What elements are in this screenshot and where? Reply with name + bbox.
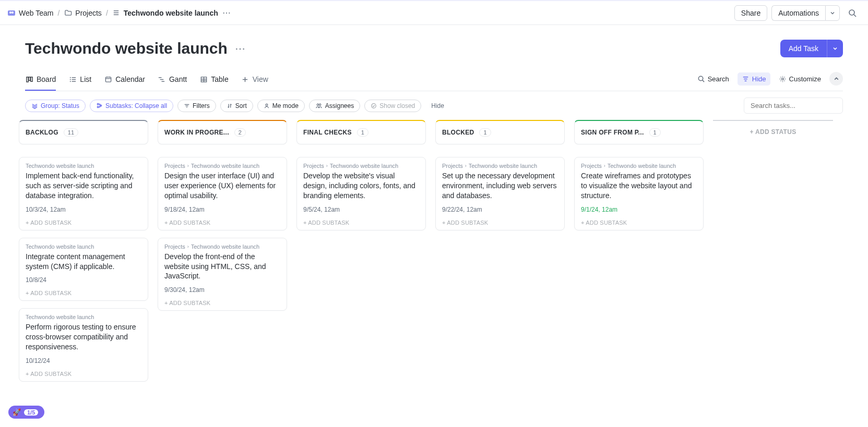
task-card[interactable]: Projects›Techwondo website launchDevelop… bbox=[158, 238, 287, 311]
add-subtask-button[interactable]: + ADD SUBTASK bbox=[26, 219, 141, 226]
chip-show-closed[interactable]: Show closed bbox=[364, 100, 421, 112]
card-title[interactable]: Set up the necessary development environ… bbox=[442, 171, 558, 201]
tool-search[interactable]: Search bbox=[693, 72, 733, 86]
column-header[interactable]: BACKLOG11 bbox=[19, 120, 148, 144]
search-tasks-input[interactable] bbox=[744, 97, 843, 114]
breadcrumb-sep-2: / bbox=[106, 9, 108, 17]
svg-point-44 bbox=[319, 104, 320, 105]
column-header[interactable]: SIGN OFF FROM P...1 bbox=[574, 120, 704, 144]
add-subtask-button[interactable]: + ADD SUBTASK bbox=[303, 219, 419, 226]
chip-hide[interactable]: Hide bbox=[425, 100, 450, 112]
tab-calendar[interactable]: Calendar bbox=[104, 71, 145, 91]
chip-subtasks[interactable]: Subtasks: Collapse all bbox=[90, 100, 173, 112]
card-title[interactable]: Design the user interface (UI) and user … bbox=[164, 171, 280, 201]
card-title[interactable]: Integrate content management system (CMS… bbox=[26, 252, 141, 272]
share-button[interactable]: Share bbox=[734, 5, 767, 21]
card-crumb-1: Projects bbox=[164, 163, 185, 169]
column-title: WORK IN PROGRE... bbox=[164, 129, 229, 136]
chevron-right-icon: › bbox=[187, 244, 189, 249]
card-date: 10/12/24 bbox=[26, 357, 141, 364]
task-card[interactable]: Techwondo website launchIntegrate conten… bbox=[19, 238, 148, 301]
add-subtask-button[interactable]: + ADD SUBTASK bbox=[26, 371, 141, 377]
card-date: 10/3/24, 12am bbox=[26, 206, 141, 213]
tab-table[interactable]: Table bbox=[199, 71, 228, 91]
card-breadcrumb: Projects›Techwondo website launch bbox=[303, 163, 419, 169]
board-column: WORK IN PROGRE...2Projects›Techwondo web… bbox=[158, 120, 287, 311]
card-breadcrumb: Projects›Techwondo website launch bbox=[581, 163, 697, 169]
tab-board[interactable]: Board bbox=[25, 71, 56, 91]
breadcrumb-more-icon[interactable]: ⋯ bbox=[222, 8, 231, 18]
card-crumb-2: Techwondo website launch bbox=[330, 163, 398, 169]
svg-line-7 bbox=[854, 15, 856, 17]
add-subtask-button[interactable]: + ADD SUBTASK bbox=[164, 300, 280, 306]
task-card[interactable]: Projects›Techwondo website launchDesign … bbox=[158, 157, 287, 230]
breadcrumb-folder-label: Projects bbox=[75, 9, 102, 17]
tab-gantt[interactable]: Gantt bbox=[158, 71, 187, 91]
svg-point-2 bbox=[11, 11, 14, 14]
task-card[interactable]: Techwondo website launchImplement back-e… bbox=[19, 157, 148, 230]
filters-row: Group: Status Subtasks: Collapse all Fil… bbox=[25, 91, 843, 120]
card-title[interactable]: Implement back-end functionality, such a… bbox=[26, 171, 141, 201]
tool-customize[interactable]: Customize bbox=[775, 72, 825, 86]
svg-point-35 bbox=[781, 78, 783, 80]
collapse-panel-button[interactable] bbox=[829, 72, 843, 86]
tab-calendar-label: Calendar bbox=[115, 75, 145, 83]
card-crumb-1: Projects bbox=[303, 163, 324, 169]
tab-list[interactable]: List bbox=[68, 71, 91, 91]
card-crumb-2: Techwondo website launch bbox=[469, 163, 537, 169]
list-icon bbox=[112, 9, 121, 17]
add-subtask-button[interactable]: + ADD SUBTASK bbox=[442, 219, 558, 226]
column-header[interactable]: BLOCKED1 bbox=[435, 120, 565, 144]
chip-hide-label: Hide bbox=[431, 102, 444, 109]
add-subtask-button[interactable]: + ADD SUBTASK bbox=[26, 290, 141, 296]
task-card[interactable]: Projects›Techwondo website launchDevelop… bbox=[296, 157, 426, 230]
column-count: 1 bbox=[479, 128, 491, 137]
automations-button-group: Automations bbox=[771, 5, 840, 21]
chip-group[interactable]: Group: Status bbox=[25, 100, 86, 112]
card-breadcrumb: Techwondo website launch bbox=[26, 243, 141, 250]
automations-dropdown[interactable] bbox=[825, 5, 840, 21]
team-icon bbox=[7, 9, 16, 17]
tab-add-view[interactable]: View bbox=[241, 71, 268, 91]
card-date: 9/18/24, 12am bbox=[164, 206, 280, 213]
add-status-column[interactable]: + ADD STATUS bbox=[713, 120, 833, 143]
title-more-icon[interactable]: ⋯ bbox=[235, 42, 246, 55]
tab-table-label: Table bbox=[211, 75, 228, 83]
chip-show-closed-label: Show closed bbox=[379, 102, 415, 109]
add-task-button[interactable]: Add Task bbox=[780, 40, 827, 57]
column-count: 1 bbox=[649, 128, 661, 137]
board-column: SIGN OFF FROM P...1Projects›Techwondo we… bbox=[574, 120, 704, 230]
column-cards: Projects›Techwondo website launchCreate … bbox=[574, 157, 704, 230]
column-header[interactable]: FINAL CHECKS1 bbox=[296, 120, 426, 144]
add-subtask-button[interactable]: + ADD SUBTASK bbox=[581, 219, 697, 226]
chip-sort[interactable]: Sort bbox=[220, 100, 253, 112]
add-task-dropdown[interactable] bbox=[827, 40, 843, 57]
svg-point-45 bbox=[372, 103, 376, 108]
svg-rect-10 bbox=[30, 77, 32, 81]
automations-button[interactable]: Automations bbox=[771, 5, 825, 21]
chip-assignees[interactable]: Assignees bbox=[309, 100, 360, 112]
card-title[interactable]: Perform rigorous testing to ensure cross… bbox=[26, 322, 141, 352]
card-crumb-2: Techwondo website launch bbox=[191, 243, 259, 250]
chevron-right-icon: › bbox=[326, 163, 328, 168]
chip-sort-label: Sort bbox=[235, 102, 247, 109]
card-breadcrumb: Projects›Techwondo website launch bbox=[164, 163, 280, 169]
task-card[interactable]: Techwondo website launchPerform rigorous… bbox=[19, 308, 148, 382]
card-title[interactable]: Develop the website's visual design, inc… bbox=[303, 171, 419, 201]
card-title[interactable]: Develop the front-end of the website usi… bbox=[164, 252, 280, 282]
chip-me-mode[interactable]: Me mode bbox=[257, 100, 305, 112]
task-card[interactable]: Projects›Techwondo website launchCreate … bbox=[574, 157, 704, 230]
chip-filters[interactable]: Filters bbox=[177, 100, 216, 112]
column-count: 11 bbox=[64, 128, 78, 137]
column-header[interactable]: WORK IN PROGRE...2 bbox=[158, 120, 287, 144]
global-search-icon[interactable] bbox=[844, 5, 861, 21]
tool-hide[interactable]: Hide bbox=[738, 72, 770, 86]
tool-hide-label: Hide bbox=[752, 75, 766, 83]
board-column: BACKLOG11Techwondo website launchImpleme… bbox=[19, 120, 148, 382]
breadcrumb-team[interactable]: Web Team bbox=[7, 9, 53, 17]
breadcrumb-folder[interactable]: Projects bbox=[64, 9, 102, 17]
breadcrumb-list[interactable]: Techwondo website launch bbox=[112, 9, 218, 17]
card-title[interactable]: Create wireframes and prototypes to visu… bbox=[581, 171, 697, 201]
add-subtask-button[interactable]: + ADD SUBTASK bbox=[164, 219, 280, 226]
task-card[interactable]: Projects›Techwondo website launchSet up … bbox=[435, 157, 565, 230]
